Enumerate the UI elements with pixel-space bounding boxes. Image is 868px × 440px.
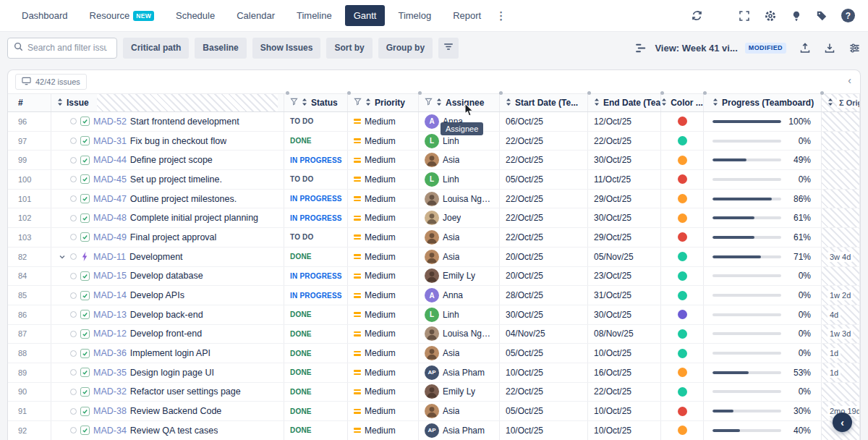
assignee-cell[interactable]: Asia <box>419 402 500 420</box>
assignee-cell[interactable]: AAnna <box>419 286 500 305</box>
fullscreen-icon[interactable] <box>739 10 750 22</box>
issue-key[interactable]: MAD-31 <box>93 136 127 146</box>
table-row[interactable]: 100MAD-45Set up project timeline.TO DOMe… <box>8 170 860 190</box>
end-date-cell[interactable]: 29/Oct/25 <box>588 228 661 247</box>
issue-key[interactable]: MAD-14 <box>93 290 127 300</box>
nav-item-timeline[interactable]: Timeline <box>288 5 341 26</box>
filter-funnel-icon[interactable] <box>290 98 298 108</box>
column-resize-handle[interactable] <box>820 91 824 95</box>
start-date-cell[interactable]: 05/Oct/25 <box>500 402 588 420</box>
priority-cell[interactable]: Medium <box>348 228 419 247</box>
start-date-cell[interactable]: 05/Oct/25 <box>500 344 588 363</box>
issue-key[interactable]: MAD-13 <box>93 310 127 320</box>
start-date-cell[interactable]: 10/Oct/25 <box>500 363 588 382</box>
issue-key[interactable]: MAD-32 <box>93 386 127 397</box>
assignee-cell[interactable]: Asia <box>419 151 500 169</box>
end-date-cell[interactable]: 10/Oct/25 <box>588 402 661 420</box>
critical-path-button[interactable]: Critical path <box>123 38 189 59</box>
priority-cell[interactable]: Medium <box>348 305 419 324</box>
drag-handle[interactable] <box>70 138 77 144</box>
start-date-cell[interactable]: 20/Oct/25 <box>500 248 588 266</box>
drag-handle[interactable] <box>70 118 77 124</box>
drag-handle[interactable] <box>70 253 77 260</box>
status-cell[interactable]: DONE <box>284 402 348 420</box>
priority-cell[interactable]: Medium <box>348 112 419 131</box>
color-cell[interactable] <box>661 190 704 208</box>
sort-by-button[interactable]: Sort by <box>326 38 372 59</box>
status-cell[interactable]: IN PROGRESS <box>284 267 348 286</box>
start-date-cell[interactable]: 22/Oct/25 <box>500 190 588 208</box>
issue-key[interactable]: MAD-12 <box>93 329 127 339</box>
filter-funnel-icon[interactable] <box>354 98 362 108</box>
column-header-status[interactable]: Status <box>284 94 348 111</box>
table-row[interactable]: 102MAD-48Complete initial project planni… <box>8 208 860 228</box>
color-cell[interactable] <box>661 344 704 363</box>
panel-collapse-icon[interactable]: ‹ <box>848 75 851 85</box>
issue-key[interactable]: MAD-44 <box>93 155 127 165</box>
column-resize-handle[interactable] <box>418 91 422 95</box>
status-cell[interactable]: IN PROGRESS <box>284 208 348 227</box>
column-resize-handle[interactable] <box>499 91 503 95</box>
status-cell[interactable]: IN PROGRESS <box>284 286 348 305</box>
priority-cell[interactable]: Medium <box>348 248 419 266</box>
end-date-cell[interactable]: 08/Nov/25 <box>588 325 661 344</box>
color-cell[interactable] <box>661 286 704 305</box>
end-date-cell[interactable]: 22/Oct/25 <box>588 383 661 402</box>
column-header-end-date[interactable]: End Date (Tea... <box>588 94 661 111</box>
end-date-cell[interactable]: 22/Oct/25 <box>588 132 661 151</box>
status-cell[interactable]: DONE <box>284 248 348 266</box>
column-header-start-date[interactable]: Start Date (Te... <box>500 94 588 111</box>
collapse-table-button[interactable]: ‹ <box>833 412 852 432</box>
nav-item-calendar[interactable]: Calendar <box>228 5 284 26</box>
drag-handle[interactable] <box>70 311 77 318</box>
filter-funnel-icon[interactable] <box>425 98 433 108</box>
priority-cell[interactable]: Medium <box>348 151 419 169</box>
show-issues-button[interactable]: Show Issues <box>252 38 321 59</box>
color-cell[interactable] <box>661 170 704 189</box>
start-date-cell[interactable]: 04/Nov/25 <box>500 325 588 344</box>
start-date-cell[interactable]: 20/Oct/25 <box>500 267 588 286</box>
status-cell[interactable]: DONE <box>284 383 348 402</box>
drag-handle[interactable] <box>70 215 77 221</box>
expand-chevron-icon[interactable] <box>57 253 67 261</box>
start-date-cell[interactable]: 22/Oct/25 <box>500 132 588 151</box>
sync-icon[interactable] <box>691 9 703 22</box>
assignee-cell[interactable]: Asia <box>419 344 500 363</box>
table-row[interactable]: 91MAD-38Review Backend CodeDONEMediumAsi… <box>8 402 860 421</box>
start-date-cell[interactable]: 28/Oct/25 <box>500 286 588 305</box>
color-cell[interactable] <box>661 421 704 440</box>
status-cell[interactable]: DONE <box>284 305 348 324</box>
end-date-cell[interactable]: 10/Oct/25 <box>588 421 661 440</box>
issue-key[interactable]: MAD-45 <box>93 174 127 185</box>
end-date-cell[interactable]: 10/Oct/25 <box>588 344 661 363</box>
priority-cell[interactable]: Medium <box>348 344 419 363</box>
issue-key[interactable]: MAD-15 <box>93 271 127 281</box>
end-date-cell[interactable]: 30/Oct/25 <box>588 151 661 169</box>
end-date-cell[interactable]: 05/Nov/25 <box>588 248 661 266</box>
sort-icon[interactable] <box>436 98 442 109</box>
priority-cell[interactable]: Medium <box>348 208 419 227</box>
table-row[interactable]: 96MAD-52Start frontend developmentTO DOM… <box>8 112 860 132</box>
drag-handle[interactable] <box>70 389 77 395</box>
priority-cell[interactable]: Medium <box>348 383 419 402</box>
priority-cell[interactable]: Medium <box>348 363 419 382</box>
table-row[interactable]: 97MAD-31Fix bug in checkout flowDONEMedi… <box>8 132 860 151</box>
assignee-cell[interactable]: Joey <box>419 208 500 227</box>
table-row[interactable]: 101MAD-47Outline project milestones.IN P… <box>8 190 860 209</box>
table-row[interactable]: 85MAD-14Develop APIsIN PROGRESSMediumAAn… <box>8 286 860 305</box>
issue-key[interactable]: MAD-48 <box>93 213 127 223</box>
search-box[interactable] <box>7 38 117 59</box>
nav-item-gantt[interactable]: Gantt <box>345 5 386 26</box>
column-header-color[interactable]: Color ... <box>661 94 704 111</box>
status-cell[interactable]: DONE <box>284 363 348 382</box>
table-row[interactable]: 86MAD-13Develop back-endDONEMediumLLinh3… <box>8 305 860 325</box>
nav-item-dashboard[interactable]: Dashboard <box>13 5 77 26</box>
status-cell[interactable]: DONE <box>284 325 348 344</box>
sort-icon[interactable] <box>661 98 667 109</box>
table-row[interactable]: 82MAD-11DevelopmentDONEMediumAsia20/Oct/… <box>8 248 860 267</box>
assignee-cell[interactable]: LLinh <box>419 170 500 189</box>
start-date-cell[interactable]: 22/Oct/25 <box>500 228 588 247</box>
color-cell[interactable] <box>661 267 704 286</box>
assignee-cell[interactable]: Louisa Nguyen <box>419 190 500 208</box>
assignee-cell[interactable]: Emily Ly <box>419 267 500 286</box>
